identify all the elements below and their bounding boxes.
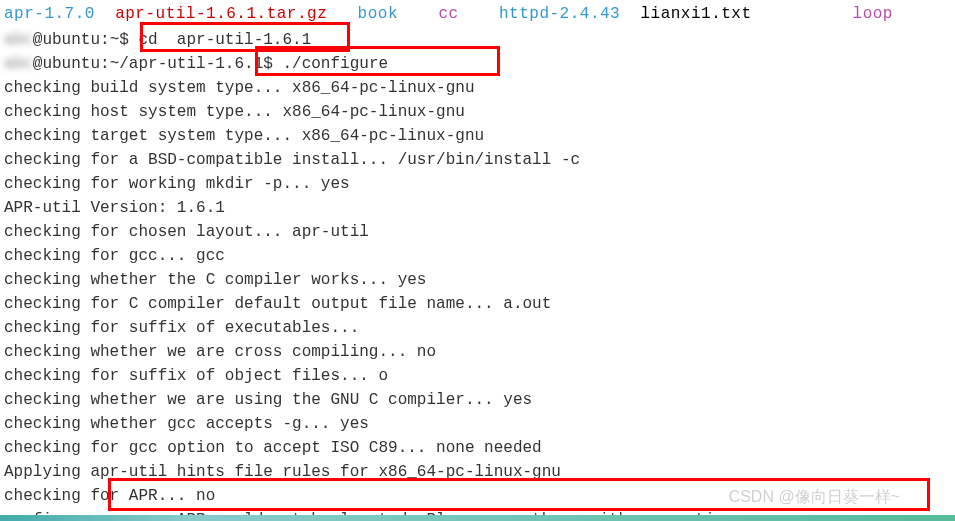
output-line: Applying apr-util hints file rules for x… [4, 460, 955, 484]
cmd-cd: cd apr-util-1.6.1 [138, 31, 311, 49]
output-line: checking for a BSD-compatible install...… [4, 148, 955, 172]
output-line: checking for chosen layout... apr-util [4, 220, 955, 244]
output-line: checking for suffix of executables... [4, 316, 955, 340]
output-line: APR-util Version: 1.6.1 [4, 196, 955, 220]
file-loop: loop [853, 5, 893, 23]
prompt1-host: @ubuntu:~$ [33, 31, 139, 49]
blurred-user: abc [4, 28, 33, 52]
output-line: checking target system type... x86_64-pc… [4, 124, 955, 148]
file-apr-util-tar: apr-util-1.6.1.tar.gz [115, 5, 327, 23]
file-book: book [358, 5, 398, 23]
file-cc: cc [438, 5, 458, 23]
output-line: checking for working mkdir -p... yes [4, 172, 955, 196]
cmd-configure: ./configure [273, 55, 388, 73]
window-bottom-bar [0, 515, 955, 521]
output-line: checking for gcc option to accept ISO C8… [4, 436, 955, 460]
output-line: checking for gcc... gcc [4, 244, 955, 268]
prompt-line-1[interactable]: abc@ubuntu:~$ cd apr-util-1.6.1 [4, 28, 955, 52]
output-line: checking whether we are using the GNU C … [4, 388, 955, 412]
output-line: checking for C compiler default output f… [4, 292, 955, 316]
file-lianxi: lianxi1.txt [640, 5, 751, 23]
output-line: checking whether we are cross compiling.… [4, 340, 955, 364]
output-line: checking host system type... x86_64-pc-l… [4, 100, 955, 124]
output-line: checking for suffix of object files... o [4, 364, 955, 388]
output-line: checking whether gcc accepts -g... yes [4, 412, 955, 436]
output-line: checking whether the C compiler works...… [4, 268, 955, 292]
file-apr: apr-1.7.0 [4, 5, 95, 23]
file-listing-row: apr-1.7.0 apr-util-1.6.1.tar.gz book cc … [4, 0, 955, 28]
prompt-line-2[interactable]: abc@ubuntu:~/apr-util-1.6.1$ ./configure [4, 52, 955, 76]
output-line: checking build system type... x86_64-pc-… [4, 76, 955, 100]
file-httpd: httpd-2.4.43 [499, 5, 620, 23]
blurred-user-2: abc [4, 52, 33, 76]
watermark: CSDN @像向日葵一样~ [729, 485, 900, 509]
prompt2-host: @ubuntu:~/apr-util-1.6.1$ [33, 55, 273, 73]
